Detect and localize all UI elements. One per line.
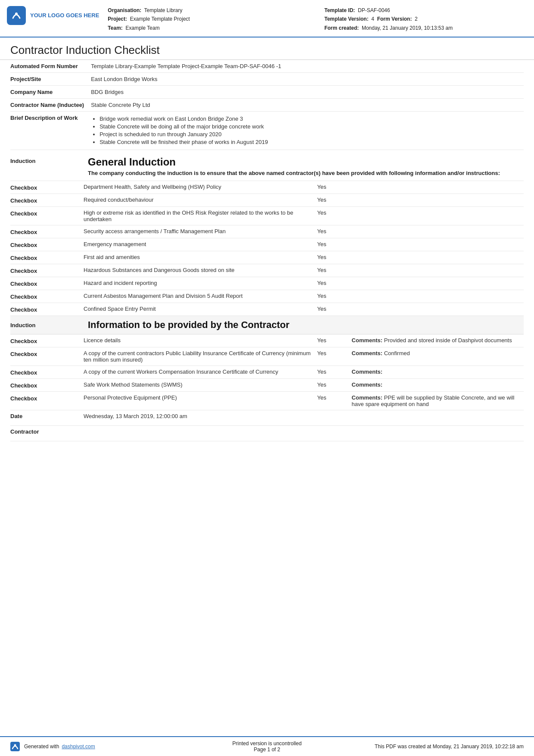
- checkbox-desc: Licence details: [84, 337, 317, 344]
- table-row: Checkbox High or extreme risk as identif…: [10, 207, 524, 225]
- general-induction-subheading: The company conducting the induction is …: [88, 170, 524, 176]
- page-title: Contractor Induction Checklist: [10, 44, 524, 57]
- checkbox-value: Yes: [317, 241, 352, 247]
- checkbox-label: Checkbox: [10, 241, 84, 248]
- project-label: Project:: [108, 16, 127, 22]
- checkbox-comment: Comments:: [352, 381, 524, 388]
- table-row: Contractor Name (Inductee) Stable Concre…: [10, 99, 524, 112]
- general-induction-heading-row: Induction General Induction The company …: [10, 152, 524, 181]
- general-induction-content: General Induction The company conducting…: [84, 153, 524, 179]
- template-version-line: Template Version: 4 Form Version: 2: [324, 15, 524, 23]
- table-row: Checkbox Confined Space Entry Permit Yes: [10, 303, 524, 316]
- comment-label: Comments:: [352, 350, 383, 356]
- template-id-line: Template ID: DP-SAF-0046: [324, 6, 524, 15]
- checkbox-desc: A copy of the current contractors Public…: [84, 350, 317, 363]
- checkbox-value: Yes: [317, 337, 352, 344]
- general-induction-title: General Induction: [88, 156, 524, 168]
- automated-form-value: Template Library-Example Template Projec…: [91, 60, 524, 73]
- header-meta: Organisation: Template Library Project: …: [108, 6, 524, 32]
- checkbox-value: Yes: [317, 381, 352, 388]
- checkbox-desc: Required conduct/behaviour: [84, 197, 317, 203]
- checkbox-label: Checkbox: [10, 184, 84, 191]
- checkbox-label: Checkbox: [10, 197, 84, 204]
- comment-label: Comments:: [352, 394, 383, 401]
- header-meta-left: Organisation: Template Library Project: …: [108, 6, 307, 32]
- org-label: Organisation:: [108, 7, 141, 13]
- brief-desc-label: Brief Description of Work: [10, 112, 91, 150]
- form-created-line: Form created: Monday, 21 January 2019, 1…: [324, 24, 524, 32]
- footer-generated-text: Generated with: [24, 744, 59, 750]
- contractor-name-value: Stable Concrete Pty Ltd: [91, 99, 524, 112]
- checkbox-label: Checkbox: [10, 280, 84, 287]
- company-name-value: BDG Bridges: [91, 86, 524, 99]
- list-item: Stable Concrete will be finished their p…: [99, 139, 519, 145]
- logo-icon: [7, 6, 26, 25]
- contractor-info-title: Information to be provided by the Contra…: [84, 318, 524, 332]
- checkbox-comment: Comments: Confirmed: [352, 350, 524, 356]
- contractor-checkboxes-container: Checkbox Licence details Yes Comments: P…: [10, 334, 524, 410]
- project-site-value: East London Bridge Works: [91, 73, 524, 86]
- table-row: Checkbox A copy of the current Workers C…: [10, 366, 524, 379]
- checkbox-label: Checkbox: [10, 254, 84, 261]
- project-line: Project: Example Template Project: [108, 15, 307, 23]
- table-row: Brief Description of Work Bridge work re…: [10, 112, 524, 150]
- title-row: Contractor Induction Checklist: [0, 37, 534, 60]
- table-row: Checkbox Security access arrangements / …: [10, 225, 524, 238]
- checkbox-value: Yes: [317, 306, 352, 312]
- contractor-label: Contractor: [10, 428, 84, 438]
- form-version-value: 2: [415, 16, 418, 22]
- header: YOUR LOGO GOES HERE Organisation: Templa…: [0, 0, 534, 37]
- checkbox-desc: Current Asbestos Management Plan and Div…: [84, 293, 317, 299]
- header-meta-right: Template ID: DP-SAF-0046 Template Versio…: [324, 6, 524, 32]
- automated-form-label: Automated Form Number: [10, 60, 91, 73]
- checkbox-label: Checkbox: [10, 228, 84, 235]
- company-name-label: Company Name: [10, 86, 91, 99]
- main-content: Automated Form Number Template Library-E…: [0, 60, 534, 467]
- checkbox-label: Checkbox: [10, 293, 84, 300]
- checkbox-desc: Security access arrangements / Traffic M…: [84, 228, 317, 234]
- checkbox-value: Yes: [317, 267, 352, 273]
- checkbox-label: Checkbox: [10, 394, 84, 402]
- project-value: Example Template Project: [130, 16, 190, 22]
- table-row: Checkbox Current Asbestos Management Pla…: [10, 290, 524, 303]
- table-row: Checkbox Safe Work Method Statements (SW…: [10, 379, 524, 392]
- checkbox-label: Checkbox: [10, 350, 84, 357]
- logo-text: YOUR LOGO GOES HERE: [30, 12, 99, 19]
- checkbox-value: Yes: [317, 350, 352, 356]
- info-table: Automated Form Number Template Library-E…: [10, 60, 524, 150]
- induction-section-label: Induction: [10, 153, 84, 169]
- checkbox-desc: A copy of the current Workers Compensati…: [84, 369, 317, 375]
- team-label: Team:: [108, 25, 122, 31]
- checkbox-label: Checkbox: [10, 209, 84, 217]
- table-row: Checkbox Licence details Yes Comments: P…: [10, 334, 524, 347]
- table-row: Checkbox Emergency management Yes: [10, 238, 524, 251]
- checkbox-desc: High or extreme risk as identified in th…: [84, 209, 317, 222]
- form-created-value: Monday, 21 January 2019, 10:13:53 am: [362, 25, 453, 31]
- footer-page: Page 1 of 2: [184, 747, 350, 753]
- list-item: Stable Concrete will be doing all of the…: [99, 123, 519, 130]
- checkbox-desc: Confined Space Entry Permit: [84, 306, 317, 312]
- checkbox-value: Yes: [317, 228, 352, 234]
- org-value: Template Library: [144, 7, 183, 13]
- checkbox-label: Checkbox: [10, 337, 84, 344]
- table-row: Automated Form Number Template Library-E…: [10, 60, 524, 73]
- checkbox-value: Yes: [317, 209, 352, 216]
- contractor-value: [84, 428, 524, 438]
- checkbox-comment: Comments:: [352, 369, 524, 375]
- checkbox-value: Yes: [317, 197, 352, 203]
- table-row: Checkbox First aid and amenities Yes: [10, 251, 524, 264]
- checkbox-value: Yes: [317, 280, 352, 286]
- footer-left: Generated with dashpivot.com: [10, 742, 176, 751]
- logo-area: YOUR LOGO GOES HERE: [7, 6, 99, 25]
- table-row: Checkbox Required conduct/behaviour Yes: [10, 194, 524, 207]
- footer-link[interactable]: dashpivot.com: [62, 744, 95, 750]
- comment-label: Comments:: [352, 369, 383, 375]
- project-site-label: Project/Site: [10, 73, 91, 86]
- checkbox-value: Yes: [317, 394, 352, 401]
- form-created-label: Form created:: [324, 25, 359, 31]
- checkbox-desc: Hazardous Substances and Dangerous Goods…: [84, 267, 317, 273]
- list-item: Bridge work remedial work on East London…: [99, 116, 519, 122]
- checkbox-label: Checkbox: [10, 267, 84, 274]
- template-version-label: Template Version:: [324, 16, 368, 22]
- checkbox-value: Yes: [317, 369, 352, 375]
